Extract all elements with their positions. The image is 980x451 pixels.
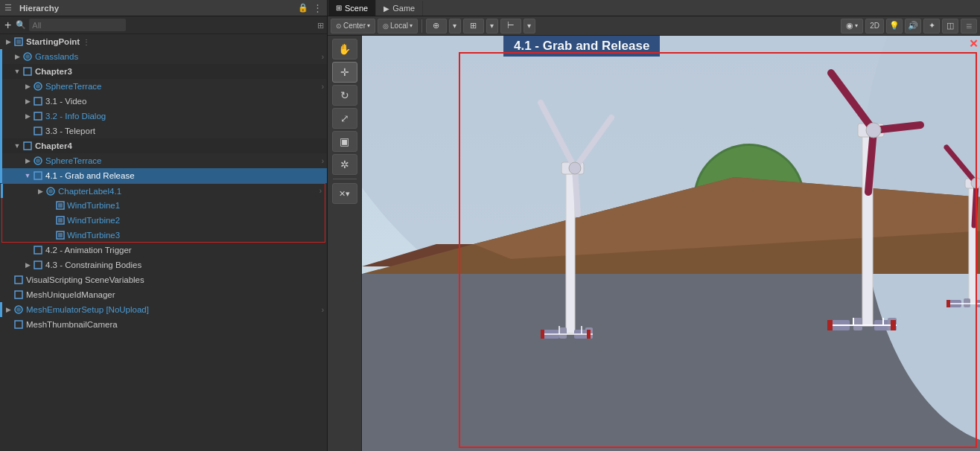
tree-item-sphere-terrace-2[interactable]: ▶ SphereTerrace ›	[0, 153, 327, 168]
scene-tab-bar: ⊞ Scene ▶ Game	[328, 0, 980, 16]
search-icon: 🔍	[16, 20, 26, 30]
tree-item-visual-scripting[interactable]: VisualScripting SceneVariables	[0, 272, 327, 287]
tree-label: 4.1 - Grab and Release	[45, 171, 135, 180]
rect-tool[interactable]: ▣	[332, 131, 357, 152]
tree-item-42-anim[interactable]: 4.2 - Animation Trigger	[0, 243, 327, 258]
svg-rect-53	[587, 330, 591, 339]
svg-rect-25	[15, 291, 22, 298]
light-btn[interactable]: 💡	[886, 19, 903, 33]
chevron-down-icon2: ▾	[410, 22, 413, 29]
svg-point-44	[569, 162, 581, 174]
add-button[interactable]: +	[3, 19, 13, 31]
svg-line-58	[868, 130, 874, 192]
svg-rect-8	[34, 112, 42, 120]
transform-tool[interactable]: ✲	[332, 154, 357, 175]
hidden-btn[interactable]: ◫	[942, 19, 958, 33]
tree-item-sphere-terrace-1[interactable]: ▶ SphereTerrace ›	[0, 79, 327, 94]
tree-item-wind-turbine-1[interactable]: WindTurbine1	[1, 198, 325, 213]
tree-item-grasslands[interactable]: ▶ Grasslands ›	[0, 49, 327, 64]
grid-btn[interactable]: ⊞	[463, 19, 484, 33]
tree-label: StartingPoint	[26, 37, 80, 46]
scene-banner: 4.1 - Grab and Release	[503, 36, 660, 57]
svg-line-56	[831, 73, 874, 130]
center-label: Center	[343, 22, 366, 30]
tree-item-33-teleport[interactable]: 3.3 - Teleport	[0, 124, 327, 138]
dropdown-grid-btn[interactable]: ▾	[486, 19, 498, 33]
svg-line-43	[575, 168, 578, 214]
svg-line-73	[974, 183, 976, 226]
move-tool[interactable]: ✛	[332, 62, 357, 83]
game-tab[interactable]: ▶ Game	[376, 1, 423, 16]
scene-viewport[interactable]: 4.1 - Grab and Release ✕	[362, 36, 980, 451]
tree-item-31-video[interactable]: ▶ 3.1 - Video	[0, 94, 327, 109]
local-button[interactable]: ◎ Local ▾	[378, 19, 418, 33]
tree-item-starting-point[interactable]: ▶ StartingPoint ⋮	[0, 34, 327, 49]
tree-label: Chapter3	[35, 67, 72, 76]
tree-item-chapter4[interactable]: ▼ Chapter4	[0, 138, 327, 153]
scene-tab[interactable]: ⊞ Scene	[328, 0, 376, 16]
effects-btn[interactable]: ✦	[923, 19, 940, 33]
svg-line-42	[575, 118, 611, 168]
tree-item-chapter-label-41[interactable]: ▶ ChapterLabel4.1 ›	[1, 183, 325, 198]
render-mode-btn[interactable]: ◉ ▾	[841, 19, 863, 33]
local-icon: ◎	[383, 22, 389, 30]
svg-rect-61	[853, 318, 862, 330]
tree-item-41-grab[interactable]: ▼ 4.1 - Grab and Release	[0, 168, 327, 183]
svg-point-6	[36, 84, 40, 89]
tree-item-mesh-unique[interactable]: MeshUniqueIdManager	[0, 287, 327, 302]
hand-tool[interactable]: ✋	[332, 39, 357, 60]
tree-label: ChapterLabel4.1	[58, 187, 121, 196]
more-dots[interactable]: ⋮	[83, 38, 90, 46]
dropdown-ruler-btn[interactable]: ▾	[524, 19, 535, 33]
tree-label: 4.2 - Animation Trigger	[45, 246, 132, 255]
tree-item-43-constrain[interactable]: ▶ 4.3 - Constraining Bodies	[0, 258, 327, 272]
tree-item-mesh-thumbnail[interactable]: MeshThumbnailCamera	[0, 317, 327, 332]
btn-2d[interactable]: 2D	[865, 19, 884, 33]
svg-rect-17	[58, 203, 63, 208]
svg-rect-19	[58, 218, 63, 223]
close-x-button[interactable]: ✕	[969, 37, 979, 51]
audio-btn[interactable]: 🔊	[905, 19, 921, 33]
svg-rect-4	[24, 68, 31, 75]
svg-rect-21	[58, 233, 63, 237]
tree-item-wind-turbine-2[interactable]: WindTurbine2	[1, 213, 325, 228]
tree-label: SphereTerrace	[45, 82, 101, 91]
lock-icon: 🔒	[298, 3, 308, 13]
gizmos-btn[interactable]: ≡	[961, 19, 977, 33]
svg-rect-13	[34, 172, 42, 179]
svg-rect-79	[946, 300, 950, 307]
tree-label: SphereTerrace	[45, 156, 101, 165]
svg-rect-1	[16, 39, 21, 44]
svg-rect-52	[541, 330, 544, 339]
tree-item-mesh-emulator[interactable]: ▶ MeshEmulatorSetup [NoUpload] ›	[0, 302, 327, 317]
wind-turbines	[362, 36, 980, 451]
rotate-tool[interactable]: ↻	[332, 85, 357, 106]
game-tab-label: Game	[392, 4, 415, 13]
scene-body: ✋ ✛ ↻ ⤢ ▣ ✲ ✕▾	[328, 36, 980, 451]
center-button[interactable]: ⊙ Center ▾	[331, 19, 375, 33]
tree-item-wind-turbine-3[interactable]: WindTurbine3	[1, 228, 325, 243]
tree-label: WindTurbine3	[67, 231, 120, 240]
svg-rect-46	[559, 327, 567, 339]
tree-item-chapter3[interactable]: ▼ Chapter3	[0, 64, 327, 79]
move-gizmo-btn[interactable]: ⊕	[426, 19, 447, 33]
tree-label: 4.3 - Constraining Bodies	[45, 260, 141, 269]
center-icon: ⊙	[336, 22, 342, 30]
tree-label: 3.2 - Info Dialog	[45, 112, 106, 121]
tree-label: Grasslands	[35, 52, 78, 61]
extra-tool[interactable]: ✕▾	[332, 183, 357, 204]
svg-point-12	[36, 159, 40, 163]
ruler-btn[interactable]: ⊢	[500, 19, 521, 33]
tree-item-32-info-dialog[interactable]: ▶ 3.2 - Info Dialog	[0, 109, 327, 124]
svg-point-59	[866, 123, 881, 138]
scene-toolbar: ⊙ Center ▾ ◎ Local ▾ ⊕ ▾ ⊞ ▾ ⊢ ▾	[328, 16, 980, 36]
game-tab-icon: ▶	[384, 4, 389, 13]
dropdown-gizmo-btn[interactable]: ▾	[449, 19, 461, 33]
search-input[interactable]	[29, 19, 126, 31]
chevron-render: ▾	[855, 22, 858, 29]
scale-tool[interactable]: ⤢	[332, 108, 357, 129]
svg-rect-23	[34, 261, 42, 269]
svg-point-15	[48, 189, 53, 193]
svg-rect-67	[827, 320, 833, 330]
local-label: Local	[390, 22, 408, 30]
